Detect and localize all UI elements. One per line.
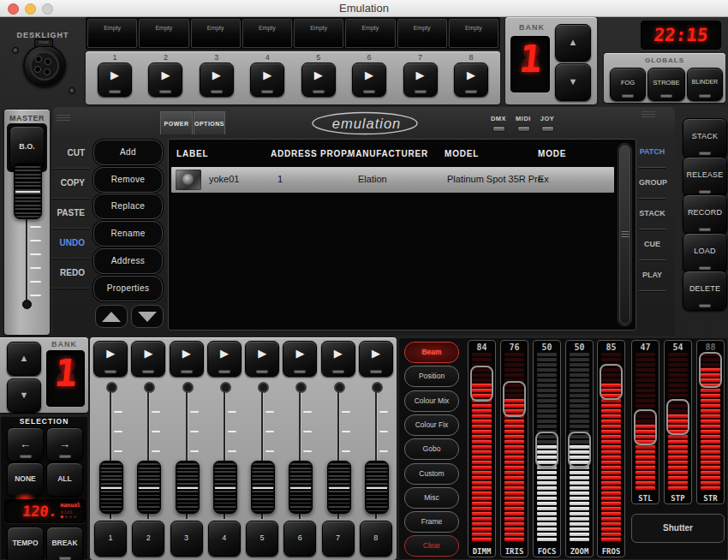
select-next-button[interactable]: → (46, 427, 83, 462)
delete-button[interactable]: DELETE (683, 271, 727, 311)
select-all-button[interactable]: ALL (46, 462, 83, 497)
select-previous-button[interactable]: ← (7, 427, 44, 462)
options-tab[interactable]: OPTIONS (194, 111, 225, 134)
bank-play-button[interactable]: ▶ (200, 63, 234, 97)
bank-down-button[interactable]: ▼ (555, 63, 591, 101)
shutter-button[interactable]: Shutter (631, 514, 725, 543)
bottom-bank-up-button[interactable]: ▲ (7, 342, 41, 376)
edit-tab-copy[interactable]: COPY (51, 169, 90, 199)
table-row[interactable]: yoke01 1 Elation Platinum Spot 35R Pro E… (171, 167, 614, 193)
fader-number-button[interactable]: 4 (208, 521, 241, 557)
playback-play-button[interactable]: ▶ (283, 341, 317, 377)
fader-handle[interactable] (99, 461, 123, 514)
edit-tab-redo[interactable]: REDO (51, 259, 90, 289)
fog-button[interactable]: FOG (610, 68, 646, 101)
strobe-button[interactable]: STROBE (647, 68, 685, 101)
fader-number-button[interactable]: 5 (246, 521, 278, 557)
empty-preset-button[interactable]: Empty (397, 19, 447, 48)
meter-fader-handle[interactable] (600, 364, 623, 400)
fader-number-button[interactable]: 1 (94, 521, 127, 557)
break-button[interactable]: BREAK (46, 527, 83, 560)
meter-fader-handle[interactable] (470, 366, 493, 402)
load-button[interactable]: LOAD (683, 233, 727, 273)
patch-scroll-up-button[interactable] (95, 305, 128, 328)
category-beam-button[interactable]: Beam (404, 342, 459, 363)
view-tab-play[interactable]: PLAY (639, 260, 665, 291)
fader-handle[interactable] (176, 461, 200, 514)
playback-play-button[interactable]: ▶ (131, 341, 165, 377)
patch-add-button[interactable]: Add (93, 140, 163, 165)
bank-play-button[interactable]: ▶ (352, 63, 386, 97)
power-tab[interactable]: POWER (160, 111, 193, 134)
fader-handle[interactable] (137, 461, 161, 514)
category-colour-fix-button[interactable]: Colour Fix (404, 414, 459, 436)
meter-fader-handle[interactable] (568, 432, 591, 468)
release-button[interactable]: RELEASE (683, 157, 727, 197)
edit-tab-undo[interactable]: UNDO (51, 229, 90, 259)
playback-play-button[interactable]: ▶ (359, 341, 393, 377)
fader-number-button[interactable]: 2 (132, 521, 164, 557)
category-gobo-button[interactable]: Gobo (404, 438, 459, 460)
playback-play-button[interactable]: ▶ (207, 341, 242, 377)
patch-address-button[interactable]: Address (93, 248, 163, 274)
playback-play-button[interactable]: ▶ (170, 341, 204, 377)
category-colour-mix-button[interactable]: Colour Mix (404, 390, 459, 412)
fader-handle[interactable] (365, 461, 389, 514)
empty-preset-button[interactable]: Empty (294, 19, 343, 48)
empty-preset-button[interactable]: Empty (87, 19, 137, 48)
fader-handle[interactable] (289, 461, 313, 514)
fader-number-button[interactable]: 6 (283, 521, 316, 557)
bank-play-button[interactable]: ▶ (403, 63, 438, 97)
meter-fader-handle[interactable] (503, 381, 526, 417)
bank-play-button[interactable]: ▶ (98, 63, 132, 97)
playback-play-button[interactable]: ▶ (245, 341, 279, 377)
scrollbar-thumb[interactable] (619, 145, 630, 325)
fader-handle[interactable] (327, 461, 351, 514)
category-clear-button[interactable]: Clear (404, 535, 459, 557)
playback-play-button[interactable]: ▶ (93, 341, 128, 377)
select-none-button[interactable]: NONE (7, 462, 44, 497)
blinder-button[interactable]: BLINDER (687, 68, 723, 101)
category-misc-button[interactable]: Misc (404, 487, 459, 509)
bank-play-button[interactable]: ▶ (301, 63, 336, 97)
fader-handle[interactable] (213, 461, 237, 514)
tempo-button[interactable]: TEMPO (7, 527, 44, 560)
meter-fader-handle[interactable] (634, 409, 657, 445)
view-tab-cue[interactable]: CUE (639, 229, 665, 260)
view-tab-patch[interactable]: PATCH (639, 137, 665, 168)
edit-tab-cut[interactable]: CUT (51, 139, 90, 169)
view-tab-stack[interactable]: STACK (639, 199, 665, 229)
patch-scroll-down-button[interactable] (131, 305, 164, 328)
view-tab-group[interactable]: GROUP (639, 168, 665, 199)
master-fader-handle[interactable] (14, 163, 42, 219)
stack-button[interactable]: STACK (683, 118, 727, 158)
fader-number-button[interactable]: 3 (170, 521, 203, 557)
strobe-button-label: STROBE (648, 79, 684, 86)
patch-properties-button[interactable]: Properties (93, 276, 163, 301)
playback-play-button[interactable]: ▶ (321, 341, 355, 377)
bank-up-button[interactable]: ▲ (555, 24, 591, 62)
category-position-button[interactable]: Position (404, 366, 459, 387)
empty-preset-button[interactable]: Empty (242, 19, 292, 48)
edit-tab-paste[interactable]: PASTE (51, 199, 90, 229)
patch-replace-button[interactable]: Replace (93, 194, 163, 219)
fader-number-button[interactable]: 8 (360, 521, 392, 557)
patch-rename-button[interactable]: Rename (93, 221, 163, 247)
empty-preset-button[interactable]: Empty (345, 19, 395, 48)
patch-remove-button[interactable]: Remove (93, 167, 163, 193)
category-frame-button[interactable]: Frame (404, 511, 459, 533)
fader-handle[interactable] (251, 461, 275, 514)
meter-fader-handle[interactable] (666, 399, 689, 435)
empty-preset-button[interactable]: Empty (191, 19, 241, 48)
bank-play-button[interactable]: ▶ (454, 63, 488, 97)
empty-preset-button[interactable]: Empty (139, 19, 188, 48)
meter-fader-handle[interactable] (535, 432, 558, 468)
bottom-bank-down-button[interactable]: ▼ (7, 378, 41, 413)
fader-number-button[interactable]: 7 (322, 521, 355, 557)
category-custom-button[interactable]: Custom (404, 463, 459, 485)
bank-play-button[interactable]: ▶ (148, 63, 182, 97)
record-button[interactable]: RECORD (683, 194, 727, 235)
meter-fader-handle[interactable] (699, 352, 722, 388)
bank-play-button[interactable]: ▶ (250, 63, 284, 97)
empty-preset-button[interactable]: Empty (449, 19, 498, 48)
